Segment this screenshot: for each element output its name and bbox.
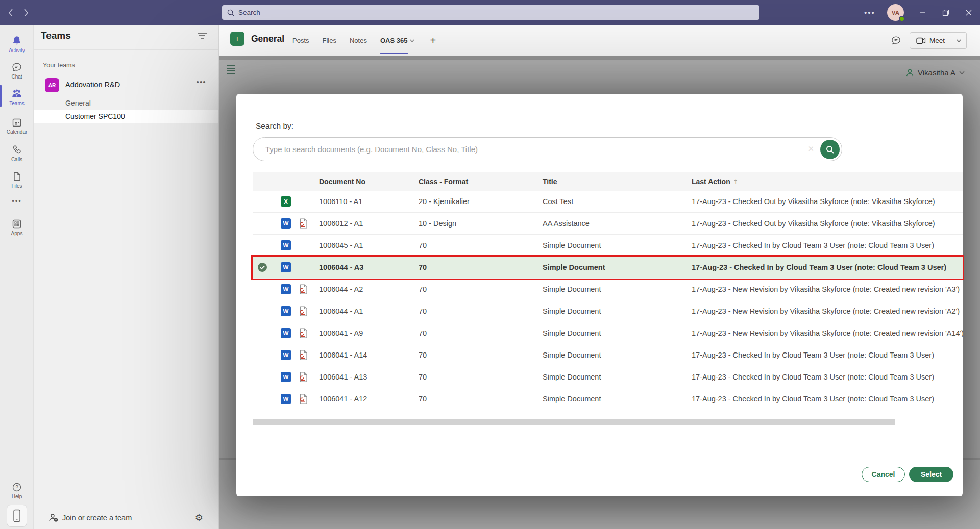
rail-item-activity[interactable]: Activity	[0, 31, 34, 57]
divider	[46, 500, 213, 500]
titlebar-more-icon[interactable]: •••	[860, 8, 880, 17]
rail-label: Teams	[9, 100, 24, 106]
rail-item-calendar[interactable]: Calendar	[0, 112, 34, 139]
rail-label: Activity	[9, 47, 25, 53]
title-cell: Simple Document	[543, 329, 692, 337]
class-format-cell: 70	[419, 395, 543, 403]
word-file-icon: W	[281, 240, 291, 250]
sidebar-channel-customer-spc100[interactable]: Customer SPC100	[34, 110, 218, 123]
team-more-icon[interactable]: •••	[197, 78, 206, 86]
app-user-menu[interactable]: Vikasitha A	[905, 68, 965, 77]
pdf-file-icon	[299, 328, 308, 338]
table-row[interactable]: W 1006045 - A1 70 Simple Document 17-Aug…	[253, 235, 963, 257]
class-format-cell: 10 - Design	[419, 219, 543, 228]
column-header-last-action[interactable]: Last Action↑	[692, 178, 963, 186]
join-create-team-label: Join or create a team	[62, 514, 132, 522]
title-cell: Simple Document	[543, 307, 692, 315]
document-search-input[interactable]	[265, 138, 796, 161]
back-icon[interactable]	[6, 8, 15, 17]
team-row-addovation[interactable]: AR Addovation R&D •••	[34, 76, 218, 95]
rail-item-teams[interactable]: Teams	[0, 84, 34, 110]
rail-label: Calls	[11, 157, 22, 162]
word-file-icon: W	[281, 372, 291, 382]
maximize-button[interactable]	[934, 0, 957, 25]
rail-item-calls[interactable]: Calls	[0, 140, 34, 166]
table-row[interactable]: W 1006041 - A13 70 Simple Document 17-Au…	[253, 366, 963, 388]
rail-label: Chat	[11, 74, 22, 80]
last-action-cell: 17-Aug-23 - Checked Out by Vikasitha Sky…	[692, 219, 963, 228]
horizontal-scrollbar[interactable]	[253, 419, 895, 425]
table-row[interactable]: X 1006110 - A1 20 - Kjemikalier Cost Tes…	[253, 191, 963, 213]
word-file-icon: W	[281, 284, 291, 294]
person-icon	[905, 68, 914, 77]
pdf-file-icon	[299, 350, 308, 360]
selected-check-icon	[258, 263, 267, 272]
cancel-button[interactable]: Cancel	[862, 467, 905, 482]
channel-tabs: Posts Files Notes OAS 365 +	[292, 25, 436, 56]
doc-icons: W	[253, 344, 319, 366]
meet-button[interactable]: Meet	[910, 32, 951, 49]
class-format-cell: 70	[419, 307, 543, 315]
table-row[interactable]: W 1006044 - A1 70 Simple Document 17-Aug…	[253, 300, 963, 322]
add-tab-button[interactable]: +	[430, 35, 436, 46]
pdf-file-icon	[299, 394, 308, 404]
filter-icon[interactable]	[197, 32, 207, 41]
gear-icon[interactable]: ⚙	[195, 512, 203, 523]
channel-label: Customer SPC100	[65, 112, 125, 120]
close-button[interactable]	[957, 0, 980, 25]
table-row[interactable]: W 1006044 - A2 70 Simple Document 17-Aug…	[253, 279, 963, 300]
teams-app-window: Search ••• VA Activity Chat	[0, 0, 980, 529]
clear-search-icon[interactable]: ✕	[807, 144, 814, 154]
tab-oas-365[interactable]: OAS 365	[380, 25, 414, 56]
last-action-cell: 17-Aug-23 - Checked Out by Vikasitha Sky…	[692, 197, 963, 206]
channel-avatar: I	[230, 32, 244, 46]
chevron-down-icon	[957, 39, 961, 42]
word-file-icon: W	[281, 328, 291, 338]
rail-item-help[interactable]: ? Help	[0, 477, 34, 503]
minimize-button[interactable]	[911, 0, 934, 25]
channel-header: I General Posts Files Notes OAS 365 + Me…	[219, 25, 980, 56]
word-file-icon: W	[281, 262, 291, 272]
rail-item-chat[interactable]: Chat	[0, 57, 34, 84]
select-button[interactable]: Select	[909, 467, 953, 482]
table-row[interactable]: W 1006012 - A1 10 - Design AA Assistance…	[253, 213, 963, 235]
doc-no-cell: 1006045 - A1	[319, 241, 419, 249]
team-name: Addovation R&D	[65, 81, 120, 89]
tab-notes[interactable]: Notes	[350, 25, 367, 56]
your-teams-label: Your teams	[43, 62, 75, 69]
mobile-device-icon[interactable]	[7, 505, 27, 527]
conversation-icon[interactable]	[891, 35, 901, 46]
rail-item-apps[interactable]: Apps	[0, 214, 34, 240]
global-search-input[interactable]: Search	[222, 5, 760, 20]
class-format-cell: 70	[419, 351, 543, 359]
rail-more-icon[interactable]: •••	[0, 193, 34, 209]
title-cell: Simple Document	[543, 351, 692, 359]
table-row[interactable]: W 1006041 - A14 70 Simple Document 17-Au…	[253, 344, 963, 366]
doc-icons: W	[253, 213, 319, 234]
meet-dropdown-button[interactable]	[951, 32, 967, 49]
last-action-cell: 17-Aug-23 - New Revision by Vikasitha Sk…	[692, 285, 963, 293]
table-row[interactable]: W 1006041 - A12 70 Simple Document 17-Au…	[253, 388, 963, 410]
sidebar-channel-general[interactable]: General	[34, 96, 218, 110]
column-header-class-format[interactable]: Class - Format	[419, 178, 543, 186]
tab-files[interactable]: Files	[323, 25, 336, 56]
menu-icon[interactable]	[227, 65, 235, 74]
forward-icon[interactable]	[21, 8, 31, 17]
search-submit-button[interactable]	[820, 140, 840, 159]
column-header-title[interactable]: Title	[543, 178, 692, 186]
join-create-team-button[interactable]: Join or create a team ⚙	[34, 508, 218, 529]
word-file-icon: W	[281, 306, 291, 316]
class-format-cell: 70	[419, 263, 543, 271]
tab-posts[interactable]: Posts	[292, 25, 309, 56]
pdf-file-icon	[299, 372, 308, 382]
column-header-document-no[interactable]: Document No	[319, 178, 419, 186]
doc-no-cell: 1006041 - A12	[319, 395, 419, 403]
sidebar-header: Teams	[34, 25, 218, 49]
table-row[interactable]: W 1006044 - A3 70 Simple Document 17-Aug…	[253, 257, 963, 279]
doc-icons: W	[253, 235, 319, 256]
table-row[interactable]: W 1006041 - A9 70 Simple Document 17-Aug…	[253, 322, 963, 344]
bell-icon	[11, 35, 22, 46]
rail-item-files[interactable]: Files	[0, 166, 34, 193]
history-nav	[6, 0, 31, 25]
user-avatar[interactable]: VA	[887, 4, 904, 21]
